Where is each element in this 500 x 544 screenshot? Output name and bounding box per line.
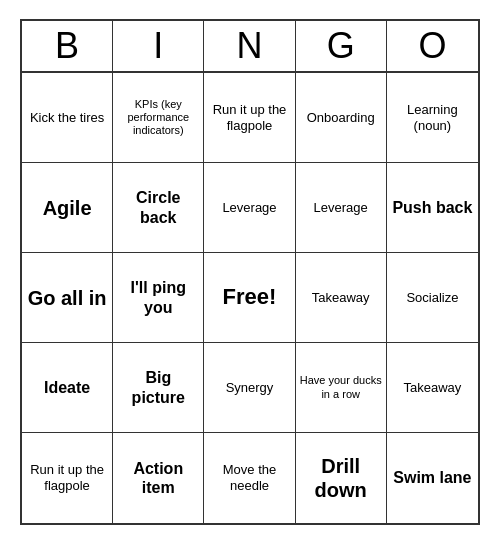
bingo-card: BINGO Kick the tiresKPIs (key performanc… [20,19,480,525]
bingo-cell-22[interactable]: Move the needle [204,433,295,523]
bingo-cell-9[interactable]: Push back [387,163,478,253]
bingo-cell-16[interactable]: Big picture [113,343,204,433]
bingo-grid: Kick the tiresKPIs (key performance indi… [22,73,478,523]
bingo-cell-8[interactable]: Leverage [296,163,387,253]
bingo-cell-14[interactable]: Socialize [387,253,478,343]
header-letter-o: O [387,21,478,71]
bingo-header: BINGO [22,21,478,73]
bingo-cell-23[interactable]: Drill down [296,433,387,523]
bingo-cell-20[interactable]: Run it up the flagpole [22,433,113,523]
bingo-cell-5[interactable]: Agile [22,163,113,253]
bingo-cell-4[interactable]: Learning (noun) [387,73,478,163]
bingo-cell-6[interactable]: Circle back [113,163,204,253]
header-letter-b: B [22,21,113,71]
bingo-cell-2[interactable]: Run it up the flagpole [204,73,295,163]
header-letter-n: N [204,21,295,71]
bingo-cell-10[interactable]: Go all in [22,253,113,343]
header-letter-i: I [113,21,204,71]
bingo-cell-17[interactable]: Synergy [204,343,295,433]
bingo-cell-11[interactable]: I'll ping you [113,253,204,343]
bingo-cell-13[interactable]: Takeaway [296,253,387,343]
bingo-cell-1[interactable]: KPIs (key performance indicators) [113,73,204,163]
bingo-cell-24[interactable]: Swim lane [387,433,478,523]
bingo-cell-15[interactable]: Ideate [22,343,113,433]
bingo-cell-3[interactable]: Onboarding [296,73,387,163]
bingo-cell-0[interactable]: Kick the tires [22,73,113,163]
bingo-cell-12[interactable]: Free! [204,253,295,343]
header-letter-g: G [296,21,387,71]
bingo-cell-19[interactable]: Takeaway [387,343,478,433]
bingo-cell-21[interactable]: Action item [113,433,204,523]
bingo-cell-18[interactable]: Have your ducks in a row [296,343,387,433]
bingo-cell-7[interactable]: Leverage [204,163,295,253]
